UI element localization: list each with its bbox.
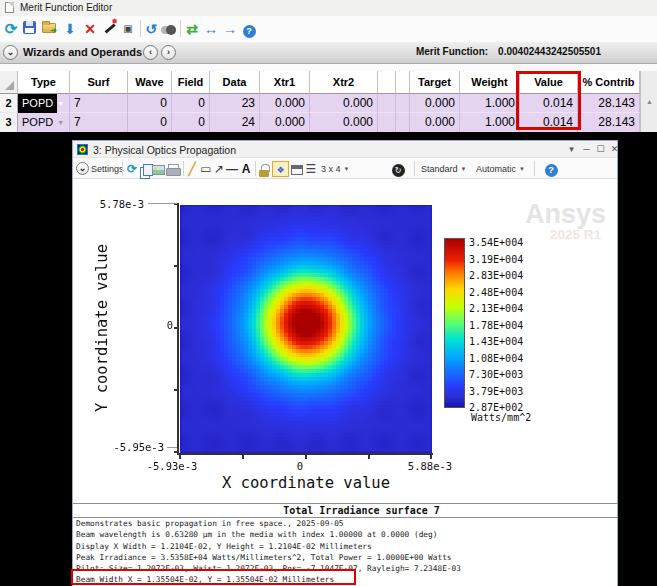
maximize-icon[interactable]: ☐ (594, 142, 607, 156)
beam-irradiance-heatmap[interactable] (180, 205, 432, 453)
cell-type[interactable]: POPD▼ (18, 113, 70, 132)
close-icon[interactable]: ✕ (608, 142, 621, 156)
col-header-xtr1[interactable]: Xtr1 (260, 71, 310, 94)
layers-icon[interactable]: ☰ (304, 161, 318, 177)
highlight-box-beam-width (71, 569, 356, 585)
cell-xtr2[interactable]: 0.000 (310, 94, 378, 113)
next-chevron-icon[interactable]: › (161, 45, 176, 60)
colorbar-tick: 1.43E+004 (469, 336, 523, 347)
cell-target[interactable]: 0.000 (410, 113, 460, 132)
footer-divider (73, 503, 618, 504)
cell-weight[interactable]: 1.000 (460, 113, 520, 132)
cell-surf[interactable]: 7 (70, 94, 128, 113)
table-scrollbar[interactable]: ▲ (640, 71, 657, 132)
col-header-xtr2[interactable]: Xtr2 (310, 71, 378, 94)
insert-operand-icon[interactable]: ⬇ (61, 19, 79, 39)
reset-icon[interactable]: ↻ (391, 161, 405, 177)
cell-empty[interactable] (396, 94, 410, 113)
open-folder-icon[interactable] (42, 23, 56, 33)
delete-operand-icon[interactable]: ✕ (81, 19, 99, 39)
cell-xtr1[interactable]: 0.000 (260, 113, 310, 132)
text-tool-icon[interactable]: A (239, 161, 253, 177)
cell-weight[interactable]: 1.000 (460, 94, 520, 113)
wizards-and-operands-bar: ⌄ Wizards and Operands ‹ › Merit Functio… (0, 42, 657, 64)
col-header-target[interactable]: Target (410, 71, 460, 94)
refresh-icon[interactable]: ⟳ (125, 161, 139, 177)
colorbar (444, 238, 465, 408)
window-menu-icon[interactable]: ▾ (565, 142, 578, 156)
col-header-type[interactable]: Type (18, 71, 70, 94)
row-number[interactable]: 2 (0, 94, 18, 113)
cell-field[interactable]: 0 (172, 94, 210, 113)
cell-empty[interactable] (396, 113, 410, 132)
new-window-icon[interactable] (291, 165, 303, 175)
col-header-weight[interactable]: Weight (460, 71, 520, 94)
settings-chevron-icon[interactable]: ⌄ (76, 162, 89, 175)
minimize-icon[interactable]: ─ (580, 142, 593, 156)
automatic-dropdown[interactable]: Automatic▼ (476, 159, 525, 179)
operand-properties-icon[interactable]: ▣ (119, 19, 137, 39)
move-left-right-icon[interactable]: ↔ (202, 19, 220, 39)
cell-type[interactable]: POPD▼ (18, 94, 70, 113)
copy-icon[interactable] (139, 163, 153, 178)
cell-contrib[interactable]: 28.143 (578, 94, 640, 113)
prev-chevron-icon[interactable]: ‹ (143, 45, 158, 60)
type-dropdown[interactable]: POPD▼ (18, 94, 57, 113)
cell-xtr2[interactable]: 0.000 (310, 113, 378, 132)
print-icon[interactable] (166, 164, 179, 176)
pencil-icon[interactable]: ╱ (185, 161, 199, 177)
wizard-icon[interactable] (102, 20, 118, 36)
undo-icon[interactable]: ↺ (142, 19, 160, 39)
cell-empty[interactable] (378, 113, 396, 132)
rectangle-tool-icon[interactable]: ▭ (199, 161, 213, 177)
colorbar-tick: 2.13E+004 (469, 303, 523, 314)
save-image-icon[interactable] (152, 165, 165, 175)
pop-window-title: 3: Physical Optics Propagation (93, 144, 236, 156)
scroll-up-icon[interactable]: ▲ (643, 96, 656, 108)
colorbar-tick: 7.30E+003 (469, 369, 523, 380)
arrow-tool-icon[interactable]: ↗ (212, 161, 226, 177)
fit-window-icon[interactable]: ❖ (272, 161, 289, 177)
move-right-icon[interactable]: → (221, 19, 239, 39)
row-number[interactable]: 3 (0, 113, 18, 132)
cell-data[interactable]: 23 (210, 94, 260, 113)
col-header-empty1[interactable] (378, 71, 396, 94)
save-icon[interactable] (23, 21, 36, 34)
collapse-chevron-icon[interactable]: ⌄ (3, 45, 18, 60)
col-header-data[interactable]: Data (210, 71, 260, 94)
cell-field[interactable]: 0 (172, 113, 210, 132)
plot-left-axis (177, 203, 179, 455)
ansys-watermark: Ansys (525, 199, 606, 230)
col-header-empty2[interactable] (396, 71, 410, 94)
col-header-contrib[interactable]: % Contrib (578, 71, 640, 94)
col-header-field[interactable]: Field (172, 71, 210, 94)
refresh-icon[interactable]: ⟳ (2, 19, 20, 39)
col-header-surf[interactable]: Surf (70, 71, 128, 94)
help-icon[interactable]: ? (544, 161, 558, 177)
colorbar-tick: 3.19E+004 (469, 254, 523, 265)
toggle-icon[interactable] (159, 19, 177, 39)
swap-icon[interactable]: ⇄ (183, 19, 201, 39)
merit-function-value-line: Merit Function:0.00402443242505501 (416, 46, 601, 57)
cell-wave[interactable]: 0 (128, 94, 172, 113)
physical-optics-propagation-window: 3: Physical Optics Propagation ▾ ─ ☐ ✕ ⌄… (72, 140, 618, 586)
cell-target[interactable]: 0.000 (410, 94, 460, 113)
standard-dropdown[interactable]: Standard▼ (421, 159, 466, 179)
y-tick-bottom: -5.95e-3 (112, 441, 164, 453)
cell-empty[interactable] (378, 94, 396, 113)
y-axis-title: Y coordinate value (93, 242, 111, 414)
footer-line: Beam wavelength is 0.63280 µm in the med… (76, 529, 461, 540)
help-icon[interactable]: ? (240, 19, 258, 39)
settings-button[interactable]: Settings (91, 159, 124, 179)
cell-xtr1[interactable]: 0.000 (260, 94, 310, 113)
table-corner-cell[interactable] (0, 71, 18, 94)
col-header-wave[interactable]: Wave (128, 71, 172, 94)
cell-surf[interactable]: 7 (70, 113, 128, 132)
cell-wave[interactable]: 0 (128, 113, 172, 132)
cell-contrib[interactable]: 28.143 (578, 113, 640, 132)
grid-size-dropdown[interactable]: 3 x 4▼ (321, 159, 349, 179)
line-tool-icon[interactable]: — (225, 161, 239, 177)
lock-icon[interactable] (257, 163, 271, 179)
cell-data[interactable]: 24 (210, 113, 260, 132)
footer-line: Display X Width = 1.2104E-02, Y Height =… (76, 541, 461, 552)
